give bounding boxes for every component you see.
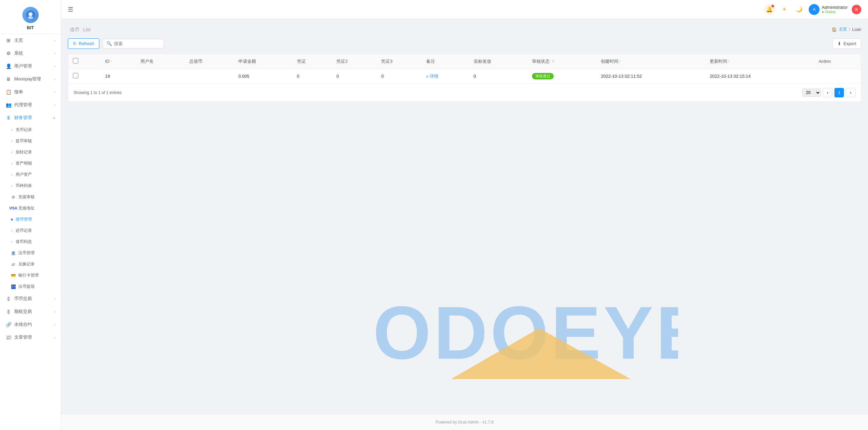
export-label: Export xyxy=(843,41,856,46)
th-total-coin-label: 总借币 xyxy=(189,59,202,64)
coin-list-dot xyxy=(11,185,13,187)
sort-id[interactable]: ID ↑ xyxy=(105,59,112,64)
sub-item-exchange[interactable]: ⇄ 兑换记录 xyxy=(0,259,61,270)
futures-arrow: ‹ xyxy=(54,310,55,314)
page-1-button[interactable]: 1 xyxy=(834,88,844,97)
refresh-button[interactable]: ↻ Refresh xyxy=(68,38,99,49)
th-status-label: 审核状态 xyxy=(532,58,550,64)
sidebar-item-system[interactable]: ⚙ 系统 ‹ xyxy=(0,47,61,60)
status-badge: 审核通过 xyxy=(532,73,554,79)
sub-item-recharge-review[interactable]: ⚙ 充值审核 xyxy=(0,191,61,203)
table-head: ID ↑ 用户名 总借币 申请金额 xyxy=(68,54,861,69)
sub-item-recharge-addr[interactable]: VISA 充值地址 xyxy=(0,203,61,214)
recharge-addr-icon: VISA xyxy=(11,206,16,211)
breadcrumb-current: Loan xyxy=(852,27,861,32)
th-username: 用户名 xyxy=(136,54,185,69)
notification-button[interactable]: 🔔 xyxy=(764,4,775,15)
sidebar-item-moonpay[interactable]: 🖥 Moonpay管理 ‹ xyxy=(0,73,61,86)
hamburger-button[interactable]: ☰ xyxy=(68,6,73,13)
user-info: A Administrator ● Online xyxy=(809,4,848,15)
sidebar-item-content-mgmt[interactable]: 📰 文章管理 ‹ xyxy=(0,331,61,344)
page-title-text: 借币 xyxy=(70,27,79,32)
page-title: 借币 List xyxy=(68,26,91,33)
search-input[interactable] xyxy=(114,41,160,46)
next-page-button[interactable]: › xyxy=(846,88,855,97)
sub-item-coin-list[interactable]: 币种列表 xyxy=(0,180,61,191)
breadcrumb-home[interactable]: 主页 xyxy=(839,26,847,32)
sub-item-loan-interest[interactable]: 借币利息 xyxy=(0,236,61,247)
cell-voucher3: 0 xyxy=(376,69,421,84)
cell-voucher2: 0 xyxy=(332,69,376,84)
page-size-select[interactable]: 20 50 100 xyxy=(802,89,821,97)
th-checkbox xyxy=(68,54,100,69)
sub-item-recharge[interactable]: 充币记录 xyxy=(0,124,61,135)
prev-page-button[interactable]: ‹ xyxy=(823,88,832,97)
user-assets-dot xyxy=(11,174,13,176)
sub-item-transfer[interactable]: 划转记录 xyxy=(0,147,61,158)
th-id-label: ID xyxy=(105,59,110,64)
close-button[interactable]: ✕ xyxy=(852,5,861,14)
sidebar-item-orders[interactable]: 📋 报单 ‹ xyxy=(0,86,61,98)
export-icon: ⬇ xyxy=(837,41,841,46)
page-title-wrapper: 借币 List xyxy=(68,26,91,33)
sidebar-item-futures[interactable]: ₿ 期权交易 ‹ xyxy=(0,305,61,318)
detail-link[interactable]: » 详情 xyxy=(426,74,439,79)
cell-username xyxy=(136,69,185,84)
sub-item-repay[interactable]: 还币记录 xyxy=(0,225,61,236)
loan-table: ID ↑ 用户名 总借币 申请金额 xyxy=(68,54,861,83)
cell-id: 19 xyxy=(100,69,136,84)
th-voucher2: 凭证2 xyxy=(332,54,376,69)
svg-text:ODOEYE: ODOEYE xyxy=(373,291,678,375)
sidebar-item-agent[interactable]: 👥 代理管理 ‹ xyxy=(0,98,61,111)
sidebar-item-user-label: 用户管理 xyxy=(14,63,32,69)
svg-point-1 xyxy=(28,12,33,16)
main-area: ☰ 🔔 ☀ 🌙 A Administrator ● Online ✕ xyxy=(61,0,868,430)
cell-status: 审核通过 xyxy=(527,69,596,84)
sub-item-repay-label: 还币记录 xyxy=(16,228,32,233)
export-button[interactable]: ⬇ Export xyxy=(832,38,861,49)
cell-action xyxy=(814,69,861,84)
moonpay-icon: 🖥 xyxy=(5,76,12,82)
transfer-dot xyxy=(11,151,13,153)
sort-created[interactable]: 创建时间 ↑ xyxy=(601,58,621,64)
finance-icon: $ xyxy=(5,115,12,121)
home-icon: ⊞ xyxy=(5,37,12,43)
sub-item-assets-overview[interactable]: 资产明细 xyxy=(0,158,61,169)
agent-icon: 👥 xyxy=(5,102,12,108)
fiat-mgmt-icon: 🏦 xyxy=(11,251,16,256)
sidebar-item-user-mgmt[interactable]: 👤 用户管理 ‹ xyxy=(0,60,61,73)
row-checkbox[interactable] xyxy=(73,73,78,78)
search-box[interactable]: 🔍 xyxy=(103,39,164,49)
sidebar-item-perpetual-label: 永续合约 xyxy=(14,321,32,328)
sub-item-withdraw-review[interactable]: 提币审核 xyxy=(0,135,61,147)
user-name: Administrator xyxy=(822,5,848,10)
theme-toggle-moon[interactable]: 🌙 xyxy=(794,4,805,15)
th-created-label: 创建时间 xyxy=(601,58,618,64)
sidebar-item-finance[interactable]: $ 财务管理 ∨ xyxy=(0,111,61,124)
th-voucher3-label: 凭证3 xyxy=(381,59,392,64)
th-remark: 备注 xyxy=(421,54,469,69)
sub-item-assets-overview-label: 资产明细 xyxy=(16,161,32,166)
sort-status[interactable]: 审核状态 ▽ xyxy=(532,58,554,64)
sub-item-loan-mgmt[interactable]: 借币管理 xyxy=(0,214,61,225)
sidebar-item-coin-trade[interactable]: ₿ 币币交易 ‹ xyxy=(0,292,61,305)
theme-toggle-sun[interactable]: ☀ xyxy=(779,4,790,15)
sub-item-user-assets[interactable]: 用户资产 xyxy=(0,169,61,180)
sort-updated[interactable]: 更新时间 ↑ xyxy=(710,58,730,64)
finance-submenu: 充币记录 提币审核 划转记录 资产明细 用户资产 币种列表 ⚙ 充值审核 VIS… xyxy=(0,124,61,292)
th-amount: 申请金额 xyxy=(234,54,292,69)
th-voucher1: 凭证 xyxy=(292,54,332,69)
filter-status-icon[interactable]: ▽ xyxy=(552,59,554,63)
watermark: ODOEYE xyxy=(373,291,678,380)
sidebar-item-home[interactable]: ⊞ 主页 ‹ xyxy=(0,34,61,47)
sub-item-fiat-withdraw[interactable]: 🏧 法币提现 xyxy=(0,281,61,292)
select-all-checkbox[interactable] xyxy=(73,58,78,63)
sidebar-item-futures-label: 期权交易 xyxy=(14,309,32,315)
sub-item-exchange-label: 兑换记录 xyxy=(18,261,35,267)
loan-interest-dot xyxy=(11,241,13,243)
sub-item-fiat-mgmt[interactable]: 🏦 法币管理 xyxy=(0,247,61,259)
th-voucher2-label: 凭证2 xyxy=(336,59,348,64)
sub-item-bank-card[interactable]: 💳 银行卡管理 xyxy=(0,270,61,281)
notification-badge xyxy=(771,5,774,7)
sidebar-item-perpetual[interactable]: 🔗 永续合约 ‹ xyxy=(0,318,61,331)
